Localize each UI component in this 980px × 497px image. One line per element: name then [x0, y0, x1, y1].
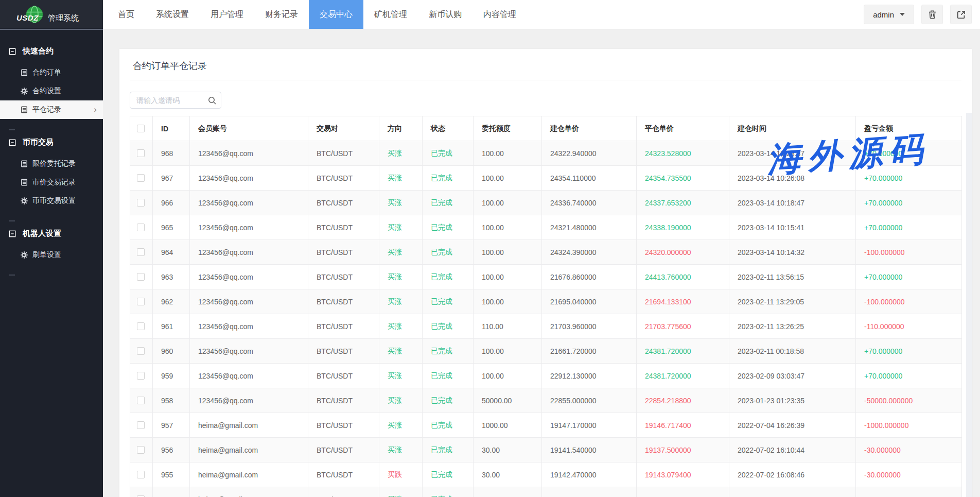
- checkbox-header-cell: [130, 116, 153, 141]
- sidebar-item[interactable]: 平仓记录›: [0, 100, 103, 119]
- exit-button[interactable]: [950, 5, 972, 24]
- sidebar-section-title[interactable]: 快速合约: [0, 39, 103, 63]
- cell-id: 968: [153, 141, 190, 166]
- row-checkbox[interactable]: [137, 397, 145, 404]
- trash-button[interactable]: [921, 5, 943, 24]
- cell-open-price: 24354.110000: [542, 166, 637, 191]
- row-checkbox[interactable]: [137, 224, 145, 231]
- sidebar-item[interactable]: 限价委托记录: [0, 155, 103, 173]
- checkbox-cell: [130, 141, 153, 166]
- cell-status: 已完成: [423, 141, 474, 166]
- cell-profit: -50000.000000: [856, 388, 962, 413]
- cell-close-price: 24323.528000: [637, 141, 729, 166]
- row-checkbox[interactable]: [137, 199, 145, 207]
- cell-amount: 30.00: [474, 462, 542, 487]
- row-checkbox[interactable]: [137, 446, 145, 454]
- top-bar: USDZ 管理系统 首页系统设置用户管理财务记录交易中心矿机管理新币认购内容管理…: [0, 0, 980, 29]
- sidebar-item-label: 币币交易设置: [32, 196, 76, 205]
- nav-tab-2[interactable]: 系统设置: [145, 0, 200, 29]
- cell-id: 958: [153, 388, 190, 413]
- row-checkbox[interactable]: [137, 273, 145, 281]
- checkbox-cell: [130, 314, 153, 339]
- nav-tab-7[interactable]: 新币认购: [418, 0, 472, 29]
- top-right-controls: admin: [864, 0, 980, 29]
- sidebar-section-label: 快速合约: [23, 46, 54, 56]
- row-checkbox[interactable]: [137, 421, 145, 429]
- cell-pair: BTC/USDT: [308, 462, 379, 487]
- top-nav: 首页系统设置用户管理财务记录交易中心矿机管理新币认购内容管理: [107, 0, 527, 29]
- nav-tab-1[interactable]: 首页: [107, 0, 145, 29]
- cell-direction: 买涨: [379, 265, 423, 289]
- cell-id: 964: [153, 240, 190, 265]
- sidebar-item[interactable]: 市价交易记录: [0, 173, 103, 192]
- cell-open-price: 19209.990000: [542, 487, 637, 497]
- cell-close-price: 19143.079400: [637, 462, 729, 487]
- sidebar-item[interactable]: 刷单设置: [0, 246, 103, 264]
- cell-account: 123456@qq.com: [190, 289, 308, 314]
- row-checkbox[interactable]: [137, 347, 145, 355]
- cell-open-time: 2022-07-04 16:26:39: [729, 413, 856, 438]
- search-icon[interactable]: [207, 96, 217, 105]
- sidebar-section-title[interactable]: 币币交易: [0, 130, 103, 155]
- row-checkbox[interactable]: [137, 248, 145, 256]
- sidebar-item[interactable]: 合约设置: [0, 82, 103, 100]
- list-icon: [21, 160, 28, 167]
- checkbox-cell: [130, 487, 153, 497]
- cell-profit: -30.000000: [856, 438, 962, 462]
- records-table: ID会员账号交易对方向状态委托额度建仓单价平仓单价建仓时间盈亏金额9681234…: [130, 116, 962, 497]
- cell-open-time: 2022-07-02 16:10:44: [729, 438, 856, 462]
- nav-tab-5[interactable]: 交易中心: [309, 0, 363, 29]
- sidebar: 快速合约合约订单合约设置平仓记录›币币交易限价委托记录市价交易记录币币交易设置机…: [0, 29, 103, 497]
- checkbox-cell: [130, 413, 153, 438]
- gear-icon: [21, 197, 28, 204]
- row-checkbox[interactable]: [137, 298, 145, 305]
- cell-profit: +70.000000: [856, 191, 962, 215]
- cell-close-price: 24381.720000: [637, 339, 729, 364]
- row-checkbox[interactable]: [137, 149, 145, 157]
- sidebar-section-title[interactable]: 机器人设置: [0, 221, 103, 246]
- cell-open-price: 21703.960000: [542, 314, 637, 339]
- cell-id: 967: [153, 166, 190, 191]
- cell-close-price: 24354.735500: [637, 166, 729, 191]
- cell-id: 963: [153, 265, 190, 289]
- table-scrollbar[interactable]: [966, 113, 972, 497]
- nav-tab-6[interactable]: 矿机管理: [363, 0, 418, 29]
- nav-tab-4[interactable]: 财务记录: [254, 0, 309, 29]
- cell-amount: 1000.00: [474, 413, 542, 438]
- column-header: 方向: [379, 116, 423, 141]
- select-all-checkbox[interactable]: [137, 125, 145, 132]
- sidebar-item[interactable]: 合约订单: [0, 63, 103, 82]
- sidebar-item[interactable]: 币币交易设置: [0, 192, 103, 210]
- search-box: [130, 92, 221, 109]
- cell-direction: 买涨: [379, 388, 423, 413]
- sidebar-item-label: 合约设置: [32, 87, 61, 96]
- cell-direction: 买涨: [379, 240, 423, 265]
- cell-amount: 100.00: [474, 191, 542, 215]
- cell-direction: 买涨: [379, 141, 423, 166]
- row-checkbox[interactable]: [137, 322, 145, 330]
- nav-tab-8[interactable]: 内容管理: [472, 0, 527, 29]
- cell-close-price: 22854.218800: [637, 388, 729, 413]
- cell-amount: 100.00: [474, 265, 542, 289]
- gear-icon: [21, 88, 28, 95]
- row-checkbox[interactable]: [137, 174, 145, 182]
- user-menu-button[interactable]: admin: [864, 5, 914, 24]
- cell-profit: +70.000000: [856, 364, 962, 388]
- cell-open-price: 22855.000000: [542, 388, 637, 413]
- sidebar-section-label: 机器人设置: [23, 229, 61, 238]
- cell-pair: BTC/USDT: [308, 339, 379, 364]
- cell-profit: +70.000000: [856, 265, 962, 289]
- column-header: 交易对: [308, 116, 379, 141]
- sidebar-item-label: 刷单设置: [32, 250, 61, 260]
- cell-account: 123456@qq.com: [190, 314, 308, 339]
- row-checkbox[interactable]: [137, 372, 145, 380]
- sidebar-item-label: 限价委托记录: [32, 159, 76, 168]
- cell-open-time: 2023-02-11 00:18:58: [729, 339, 856, 364]
- cell-status: 已完成: [423, 413, 474, 438]
- cell-open-price: 24321.480000: [542, 215, 637, 240]
- column-header: 盈亏金额: [856, 116, 962, 141]
- row-checkbox[interactable]: [137, 471, 145, 478]
- nav-tab-3[interactable]: 用户管理: [200, 0, 254, 29]
- column-header: 委托额度: [474, 116, 542, 141]
- cell-profit: -1000.000000: [856, 413, 962, 438]
